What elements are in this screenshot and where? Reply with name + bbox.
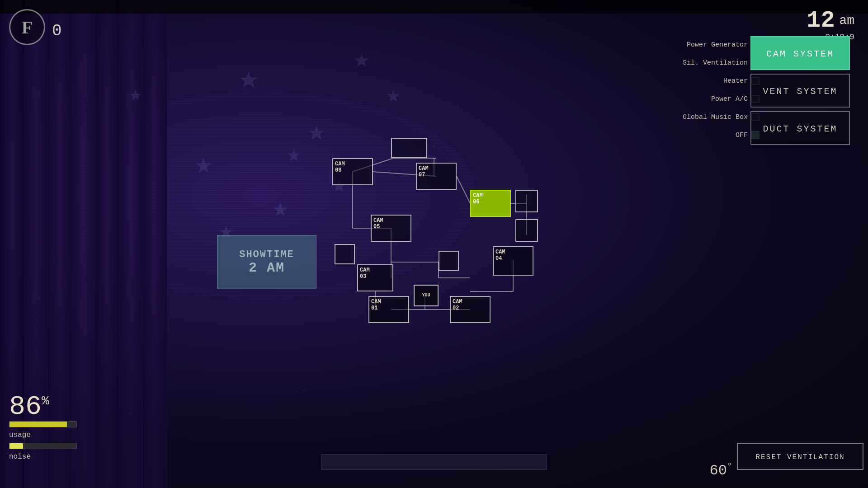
cam-08-label: CAM08 xyxy=(335,161,345,174)
bottom-center-bar xyxy=(321,454,547,470)
cam-node-03[interactable]: CAM03 xyxy=(357,264,393,291)
time-ampm: am xyxy=(839,14,854,28)
main-content: F 0 12 am 0:19:9 Power Generator Sil. Ve… xyxy=(0,0,868,488)
noise-label: noise xyxy=(9,453,77,461)
toggle-heater[interactable]: Heater xyxy=(669,72,760,89)
usage-percent-value: 86% xyxy=(9,391,49,422)
cam-05-label: CAM05 xyxy=(373,217,383,230)
toggle-power-generator[interactable]: Power Generator xyxy=(669,36,760,53)
cam-node-empty-2[interactable] xyxy=(515,219,538,242)
usage-percent-display: 86% xyxy=(9,393,77,420)
cam-node-08[interactable]: CAM08 xyxy=(332,158,373,185)
vent-system-button[interactable]: VENT SYSTEM xyxy=(750,74,850,108)
top-bar xyxy=(0,0,868,14)
power-ac-label: Power A/C xyxy=(711,95,748,103)
camera-map: CAM08 CAM07 CAM06 CAM05 CAM04 CAM03 YOU xyxy=(280,131,561,348)
f-logo: F xyxy=(22,17,33,38)
off-label: OFF xyxy=(736,131,748,139)
cam-01-label: CAM01 xyxy=(371,299,381,312)
showtime-time: 2 AM xyxy=(249,260,285,276)
cam-node-02[interactable]: CAM02 xyxy=(450,296,491,323)
f-badge: F xyxy=(9,9,45,45)
cam-node-empty-1[interactable] xyxy=(515,190,538,212)
cam-node-07[interactable]: CAM07 xyxy=(416,163,457,190)
temperature-value: 60 xyxy=(710,462,727,479)
toggle-off[interactable]: OFF xyxy=(669,127,760,144)
heater-label: Heater xyxy=(723,77,748,85)
usage-percent-sign: % xyxy=(42,394,49,408)
svg-line-12 xyxy=(457,176,470,203)
cam-node-04[interactable]: CAM04 xyxy=(493,246,533,276)
toggle-panel: Power Generator Sil. Ventilation Heater … xyxy=(669,36,760,144)
cam-node-06[interactable]: CAM06 xyxy=(470,190,511,217)
cam-07-label: CAM07 xyxy=(419,165,429,178)
duct-system-button[interactable]: DUCT SYSTEM xyxy=(750,111,850,145)
cam-node-empty-top[interactable] xyxy=(391,138,427,158)
power-generator-label: Power Generator xyxy=(687,41,748,49)
time-hour: 12 xyxy=(807,7,835,34)
global-music-box-label: Global Music Box xyxy=(683,113,748,121)
usage-bar xyxy=(9,422,67,427)
noise-bar-container xyxy=(9,443,77,449)
cam-03-label: CAM03 xyxy=(360,267,370,280)
score-display: 0 xyxy=(52,22,62,40)
cam-system-button[interactable]: CAM SYSTEM xyxy=(750,36,850,70)
toggle-sil-ventilation[interactable]: Sil. Ventilation xyxy=(669,54,760,71)
sil-ventilation-label: Sil. Ventilation xyxy=(683,59,748,67)
cam-node-empty-mid[interactable] xyxy=(439,251,459,271)
cam-node-05[interactable]: CAM05 xyxy=(371,215,411,242)
cam-node-you[interactable]: YOU xyxy=(414,285,439,306)
cam-02-label: CAM02 xyxy=(453,299,462,312)
cam-node-01[interactable]: CAM01 xyxy=(368,296,409,323)
cam-04-label: CAM04 xyxy=(495,249,505,262)
you-label: YOU xyxy=(422,293,430,298)
usage-label: usage xyxy=(9,431,77,439)
toggle-global-music-box[interactable]: Global Music Box xyxy=(669,108,760,126)
usage-bar-container xyxy=(9,421,77,427)
bottom-stats: 86% usage noise xyxy=(9,393,77,461)
cam-node-empty-left[interactable] xyxy=(335,244,355,264)
noise-bar xyxy=(9,443,23,449)
reset-ventilation-button[interactable]: RESET VENTILATION xyxy=(737,443,863,470)
toggle-power-ac[interactable]: Power A/C xyxy=(669,90,760,108)
cam-06-label: CAM06 xyxy=(473,192,483,206)
temperature-display: 60° xyxy=(710,461,732,479)
temperature-degree: ° xyxy=(727,461,732,472)
right-panel: CAM SYSTEM VENT SYSTEM DUCT SYSTEM xyxy=(750,36,863,149)
